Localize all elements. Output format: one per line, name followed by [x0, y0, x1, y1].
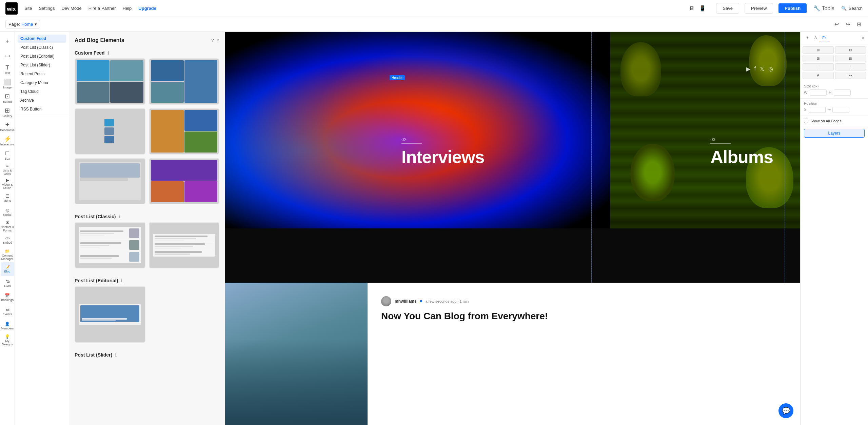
sidebar-item-strip[interactable]: ▭: [1, 49, 14, 62]
blog-tab-archive[interactable]: Archive: [18, 96, 66, 104]
desktop-icon[interactable]: 🖥: [688, 4, 696, 13]
sidebar-item-text[interactable]: T Text: [1, 63, 14, 77]
show-all-checkbox[interactable]: [804, 119, 808, 123]
custom-feed-widget-2[interactable]: [149, 58, 220, 105]
rp-tab-design[interactable]: ✦: [804, 35, 811, 41]
zoom-icon[interactable]: ⊞: [855, 20, 863, 29]
social-label: Social: [3, 213, 12, 217]
post-list-classic-widget-1[interactable]: [75, 222, 145, 268]
y-input[interactable]: [832, 107, 849, 113]
sidebar-item-embed[interactable]: </> Embed: [1, 234, 14, 247]
post-list-classic-widgets: [69, 222, 225, 274]
layers-button[interactable]: Layers: [804, 129, 865, 138]
sidebar-item-content[interactable]: 📁 Content Manager: [1, 248, 14, 262]
sidebar-item-store[interactable]: 🛍 Store: [1, 277, 14, 290]
post-list-editorial-info-icon[interactable]: ℹ: [121, 278, 122, 283]
sidebar-item-menu[interactable]: ☰ Menu: [1, 191, 14, 205]
blog-post-meta: mhwilliams a few seconds ago · 1 min: [381, 296, 787, 306]
sidebar-item-button[interactable]: ⊡ Button: [1, 92, 14, 105]
sidebar-item-gallery[interactable]: ⊞ Gallery: [1, 106, 14, 119]
nav-settings[interactable]: Settings: [39, 6, 55, 11]
members-label: Members: [1, 327, 14, 330]
sidebar-item-blog[interactable]: 📝 Blog: [1, 262, 14, 276]
youtube-icon[interactable]: ▶: [746, 66, 750, 72]
post-list-editorial-widgets: [69, 286, 225, 348]
rp-tab-fx[interactable]: Fx: [820, 35, 828, 41]
post-list-classic-info-icon[interactable]: ℹ: [118, 214, 120, 219]
rp-tool-1[interactable]: ⊞: [803, 46, 834, 54]
rp-tool-2[interactable]: ⊟: [835, 46, 866, 54]
rp-tool-5[interactable]: ☷: [803, 63, 834, 70]
height-input[interactable]: [834, 89, 851, 96]
instagram-icon[interactable]: ◎: [768, 66, 773, 72]
post-list-slider-title: Post List (Slider): [75, 352, 112, 358]
sidebar-item-members[interactable]: 👤 Members: [1, 319, 14, 333]
twitter-icon[interactable]: 𝕏: [760, 66, 764, 72]
undo-button[interactable]: ↩: [833, 20, 840, 29]
custom-feed-widgets: [69, 58, 225, 210]
sidebar-item-mydesigns[interactable]: 💡 My Designs: [1, 333, 14, 347]
sidebar-item-events[interactable]: 🎟 Events: [1, 305, 14, 319]
facebook-icon[interactable]: f: [754, 66, 756, 72]
x-input[interactable]: [809, 107, 826, 113]
bookings-label: Bookings: [1, 298, 14, 302]
nav-devmode[interactable]: Dev Mode: [61, 6, 81, 11]
custom-feed-widget-4[interactable]: [149, 108, 220, 155]
mobile-icon[interactable]: 📱: [698, 4, 707, 13]
redo-button[interactable]: ↪: [844, 20, 851, 29]
post-list-slider-info-icon[interactable]: ℹ: [115, 352, 117, 358]
help-icon[interactable]: ?: [211, 38, 214, 43]
blog-tab-rss-button[interactable]: RSS Button: [18, 105, 66, 113]
search-button[interactable]: 🔍 Search: [841, 6, 863, 11]
menu-icon: ☰: [5, 194, 9, 198]
sidebar-item-decorative[interactable]: ✦ Decorative: [1, 120, 14, 134]
publish-button[interactable]: Publish: [778, 3, 807, 13]
rp-tab-text[interactable]: A: [812, 35, 819, 41]
contact-label: Contact & Forms: [1, 225, 14, 232]
blog-tab-post-list-editorial[interactable]: Post List (Editorial): [18, 52, 66, 60]
nav-help[interactable]: Help: [123, 6, 132, 11]
blog-tab-custom-feed[interactable]: Custom Feed: [18, 35, 66, 43]
search-icon: 🔍: [841, 6, 847, 11]
page-selector[interactable]: Page: Home ▾: [5, 20, 40, 28]
custom-feed-widget-1[interactable]: [75, 58, 145, 105]
width-input[interactable]: [810, 89, 827, 96]
custom-feed-widget-6[interactable]: [149, 158, 220, 204]
close-icon[interactable]: ×: [217, 38, 219, 43]
chat-bubble-icon[interactable]: 💬: [778, 403, 793, 418]
custom-feed-widget-5[interactable]: [75, 158, 145, 204]
preview-button[interactable]: Preview: [745, 3, 773, 14]
blog-tab-recent-posts[interactable]: Recent Posts: [18, 70, 66, 78]
tools-button[interactable]: 🔧 Tools: [812, 4, 836, 13]
blog-tab-tag-cloud[interactable]: Tag Cloud: [18, 87, 66, 96]
sidebar-item-social[interactable]: ◎ Social: [1, 205, 14, 219]
rp-tool-6[interactable]: ☶: [835, 63, 866, 70]
nav-site[interactable]: Site: [24, 6, 32, 11]
custom-feed-info-icon[interactable]: ℹ: [107, 50, 109, 56]
blog-tab-post-list-classic[interactable]: Post List (Classic): [18, 43, 66, 52]
rp-tool-8[interactable]: Fx: [835, 72, 866, 79]
nav-upgrade[interactable]: Upgrade: [138, 6, 156, 11]
sidebar-item-image[interactable]: ⬜ Image: [1, 77, 14, 91]
rp-tool-7[interactable]: A: [803, 72, 834, 79]
blog-tab-category-menu[interactable]: Category Menu: [18, 79, 66, 87]
save-button[interactable]: Save: [716, 3, 739, 14]
blog-tab-post-list-slider[interactable]: Post List (Slider): [18, 61, 66, 69]
sidebar-item-video[interactable]: ▶ Video & Music: [1, 177, 14, 190]
custom-feed-widget-3[interactable]: [75, 108, 145, 155]
post-list-editorial-widget-1[interactable]: [75, 286, 145, 343]
rp-tool-3[interactable]: ⊠: [803, 55, 834, 62]
wix-logo[interactable]: wix: [5, 2, 18, 15]
sidebar-item-lists[interactable]: ≡ Lists & Grids: [1, 163, 14, 176]
sidebar-item-add[interactable]: +: [1, 35, 14, 48]
sidebar-item-contact[interactable]: ✉ Contact & Forms: [1, 220, 14, 233]
rp-tool-4[interactable]: ⊡: [835, 55, 866, 62]
sidebar-item-bookings[interactable]: 📅 Bookings: [1, 291, 14, 304]
nav-hire[interactable]: Hire a Partner: [88, 6, 116, 11]
post-list-classic-widget-2[interactable]: [149, 222, 220, 268]
sidebar-item-interactive[interactable]: ⚡ Interactive: [1, 134, 14, 148]
box-icon: □: [5, 150, 9, 156]
gallery-label: Gallery: [2, 114, 12, 118]
sidebar-item-box[interactable]: □ Box: [1, 148, 14, 162]
right-panel-close-button[interactable]: ×: [862, 35, 865, 41]
